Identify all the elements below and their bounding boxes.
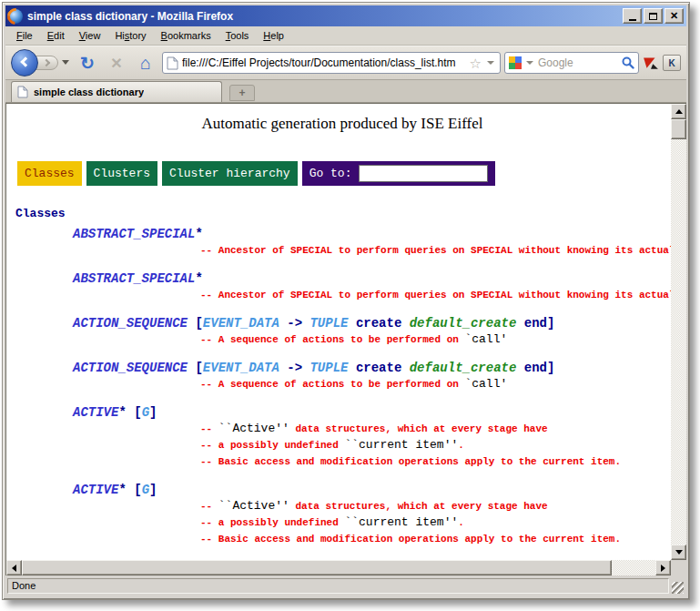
class-entry: ACTION_SEQUENCE [EVENT_DATA -> TUPLE cre… bbox=[73, 316, 671, 348]
class-comment: -- Ancestor of SPECIAL to perform querie… bbox=[200, 287, 671, 303]
k-addon-button[interactable]: K bbox=[663, 55, 681, 71]
browser-viewport: Automatic generation produced by ISE Eif… bbox=[5, 103, 686, 575]
class-signature-link[interactable]: ABSTRACT_SPECIAL* bbox=[73, 227, 671, 242]
menu-bookmarks[interactable]: Bookmarks bbox=[154, 27, 218, 44]
kaspersky-icon[interactable] bbox=[643, 55, 659, 71]
maximize-icon bbox=[649, 13, 657, 20]
minimize-icon bbox=[629, 19, 636, 21]
page-icon bbox=[167, 56, 178, 70]
class-entry: ACTIVE* [G]-- ``Active'' data structures… bbox=[73, 483, 671, 547]
vertical-scrollbar[interactable] bbox=[671, 104, 686, 575]
scroll-up-button[interactable] bbox=[671, 104, 686, 119]
status-text: Done bbox=[7, 578, 669, 594]
class-comment: -- Basic access and modification operati… bbox=[200, 453, 671, 470]
navigation-toolbar: ↻ ✕ ⌂ file:///C:/Eiffel Projects/tour/Do… bbox=[5, 46, 686, 80]
scroll-left-button[interactable] bbox=[6, 560, 22, 575]
tab-strip: simple class dictionary + bbox=[5, 80, 686, 103]
menu-view[interactable]: View bbox=[72, 27, 108, 44]
scroll-right-icon bbox=[661, 565, 665, 572]
close-button[interactable]: ✕ bbox=[664, 8, 684, 24]
cluster-hierarchy-button[interactable]: Cluster hierarchy bbox=[162, 161, 298, 186]
browser-window: simple class dictionary - Mozilla Firefo… bbox=[2, 2, 690, 600]
search-engine-dropdown-icon[interactable] bbox=[526, 61, 533, 65]
menu-edit[interactable]: Edit bbox=[40, 27, 72, 44]
menu-help[interactable]: Help bbox=[256, 27, 291, 44]
search-magnifier-icon[interactable] bbox=[622, 56, 634, 69]
stop-button[interactable]: ✕ bbox=[104, 50, 129, 76]
class-comment: -- Ancestor of SPECIAL to perform querie… bbox=[200, 242, 671, 259]
scroll-right-button[interactable] bbox=[655, 560, 671, 575]
url-text[interactable]: file:///C:/Eiffel Projects/tour/Document… bbox=[182, 56, 466, 69]
horizontal-scroll-thumb[interactable] bbox=[22, 560, 612, 575]
search-box[interactable]: Google bbox=[504, 52, 639, 74]
menu-bar: FileEditViewHistoryBookmarksToolsHelp bbox=[5, 26, 686, 46]
class-entry: ACTIVE* [G]-- ``Active'' data structures… bbox=[73, 405, 671, 470]
class-list: ABSTRACT_SPECIAL*-- Ancestor of SPECIAL … bbox=[14, 227, 671, 560]
k-addon-icon: K bbox=[668, 58, 675, 68]
menu-history[interactable]: History bbox=[107, 27, 153, 44]
vertical-scroll-track[interactable] bbox=[671, 139, 686, 545]
classes-button[interactable]: Classes bbox=[17, 161, 82, 186]
new-tab-button[interactable]: + bbox=[229, 85, 255, 101]
horizontal-scroll-track[interactable] bbox=[612, 560, 655, 575]
tab-page-icon bbox=[17, 86, 28, 98]
page-content: Automatic generation produced by ISE Eif… bbox=[6, 104, 671, 560]
window-title: simple class dictionary - Mozilla Firefo… bbox=[27, 10, 623, 23]
search-input[interactable]: Google bbox=[538, 56, 619, 69]
plus-icon: + bbox=[238, 87, 245, 99]
clusters-button[interactable]: Clusters bbox=[86, 161, 157, 186]
stop-icon: ✕ bbox=[110, 55, 122, 72]
class-signature-link[interactable]: ACTIVE* [G] bbox=[73, 405, 671, 421]
class-comment: -- A sequence of actions to be performed… bbox=[200, 331, 671, 348]
class-entry: ABSTRACT_SPECIAL*-- Ancestor of SPECIAL … bbox=[73, 271, 671, 303]
class-comment: -- Basic access and modification operati… bbox=[200, 531, 671, 547]
scroll-down-icon bbox=[675, 550, 683, 555]
resize-grip-icon[interactable] bbox=[672, 582, 684, 594]
google-icon bbox=[509, 56, 522, 69]
goto-group: Go to: bbox=[302, 161, 496, 186]
bookmark-star-icon[interactable]: ☆ bbox=[470, 56, 482, 70]
vertical-scroll-thumb[interactable] bbox=[671, 119, 686, 139]
forward-icon bbox=[43, 59, 50, 66]
class-comment: -- ``Active'' data structures, which at … bbox=[200, 498, 671, 514]
history-dropdown-icon[interactable] bbox=[62, 60, 69, 65]
class-signature-link[interactable]: ACTIVE* [G] bbox=[73, 483, 671, 498]
goto-input[interactable] bbox=[359, 165, 488, 182]
scroll-down-button[interactable] bbox=[671, 545, 686, 560]
page-heading: Automatic generation produced by ISE Eif… bbox=[14, 115, 671, 133]
class-comment: -- A sequence of actions to be performed… bbox=[200, 376, 671, 392]
class-signature-link[interactable]: ACTION_SEQUENCE [EVENT_DATA -> TUPLE cre… bbox=[73, 361, 671, 376]
url-dropdown-icon[interactable] bbox=[487, 61, 494, 65]
close-icon: ✕ bbox=[670, 11, 678, 21]
class-comment: -- a possibly undefined ``current item''… bbox=[200, 514, 671, 531]
class-comment: -- ``Active'' data structures, which at … bbox=[200, 421, 671, 437]
home-button[interactable]: ⌂ bbox=[133, 50, 158, 76]
back-button[interactable] bbox=[11, 49, 38, 76]
firefox-icon bbox=[8, 9, 23, 24]
home-icon: ⌂ bbox=[140, 53, 151, 74]
page-nav-buttons: Classes Clusters Cluster hierarchy Go to… bbox=[17, 161, 671, 186]
refresh-button[interactable]: ↻ bbox=[75, 50, 100, 76]
back-icon bbox=[20, 56, 30, 66]
class-signature-link[interactable]: ACTION_SEQUENCE [EVENT_DATA -> TUPLE cre… bbox=[73, 316, 671, 331]
tab-simple-class-dictionary[interactable]: simple class dictionary bbox=[11, 81, 222, 102]
class-signature-link[interactable]: ABSTRACT_SPECIAL* bbox=[73, 271, 671, 287]
menu-file[interactable]: File bbox=[9, 27, 40, 44]
scroll-left-icon bbox=[12, 565, 16, 572]
class-entry: ACTION_SEQUENCE [EVENT_DATA -> TUPLE cre… bbox=[73, 361, 671, 392]
class-comment: -- a possibly undefined ``current item''… bbox=[200, 437, 671, 453]
status-bar: Done bbox=[5, 575, 686, 596]
class-entry: ABSTRACT_SPECIAL*-- Ancestor of SPECIAL … bbox=[73, 227, 671, 259]
title-bar[interactable]: simple class dictionary - Mozilla Firefo… bbox=[5, 5, 686, 26]
back-forward-cluster bbox=[11, 49, 71, 76]
refresh-icon: ↻ bbox=[80, 53, 95, 74]
minimize-button[interactable] bbox=[623, 8, 642, 24]
horizontal-scrollbar[interactable] bbox=[6, 560, 671, 575]
menu-tools[interactable]: Tools bbox=[218, 27, 257, 44]
tab-label: simple class dictionary bbox=[34, 87, 144, 97]
maximize-button[interactable] bbox=[644, 8, 663, 24]
scroll-up-icon bbox=[675, 109, 683, 114]
address-bar[interactable]: file:///C:/Eiffel Projects/tour/Document… bbox=[162, 52, 501, 74]
scrollbar-corner bbox=[671, 560, 686, 575]
goto-label: Go to: bbox=[309, 167, 352, 180]
